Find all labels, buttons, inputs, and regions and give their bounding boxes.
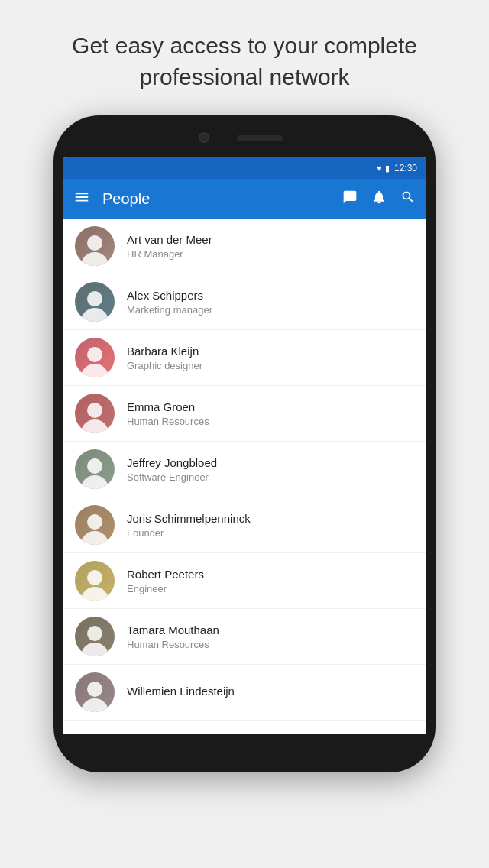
- search-icon[interactable]: [400, 189, 416, 209]
- contact-info: Willemien Lindesteijn: [127, 684, 414, 701]
- person-silhouette: [81, 514, 108, 545]
- app-bar: People: [63, 179, 426, 219]
- avatar-image: [75, 505, 115, 545]
- contact-name: Emma Groen: [127, 400, 414, 415]
- phone-mockup: ▾ ▮ 12:30 People: [53, 115, 436, 772]
- app-title: People: [102, 190, 342, 208]
- avatar: [75, 672, 115, 712]
- hero-heading: Get easy access to your complete profess…: [0, 0, 489, 115]
- avatar: [75, 282, 115, 322]
- person-silhouette: [81, 626, 108, 656]
- contact-item[interactable]: Robert Peeters Engineer: [63, 553, 426, 609]
- contact-name: Joris Schimmelpenninck: [127, 511, 414, 526]
- contact-title: Founder: [127, 527, 414, 539]
- person-silhouette: [81, 347, 108, 377]
- contact-item[interactable]: Barbara Kleijn Graphic designer: [63, 330, 426, 386]
- person-silhouette: [81, 403, 108, 433]
- contact-info: Joris Schimmelpenninck Founder: [127, 511, 414, 539]
- contact-info: Robert Peeters Engineer: [127, 567, 414, 595]
- contact-title: HR Manager: [127, 248, 414, 260]
- contact-item[interactable]: Joris Schimmelpenninck Founder: [63, 497, 426, 553]
- contact-info: Art van der Meer HR Manager: [127, 232, 414, 261]
- contact-name: Alex Schippers: [127, 288, 414, 303]
- camera: [199, 132, 209, 143]
- contact-info: Alex Schippers Marketing manager: [127, 288, 414, 316]
- contact-item[interactable]: Art van der Meer HR Manager: [63, 219, 426, 274]
- contact-item[interactable]: Willemien Lindesteijn: [63, 665, 426, 721]
- avatar: [75, 449, 115, 489]
- wifi-icon: ▾: [377, 163, 381, 173]
- contact-name: Robert Peeters: [127, 567, 414, 582]
- contact-item[interactable]: Jeffrey Jongbloed Software Engineer: [63, 442, 426, 497]
- contact-info: Barbara Kleijn Graphic designer: [127, 344, 414, 372]
- person-torso: [81, 587, 108, 601]
- action-icons: [342, 189, 416, 209]
- avatar: [75, 617, 115, 656]
- person-torso: [81, 475, 108, 489]
- status-time: 12:30: [394, 163, 417, 173]
- person-head: [87, 291, 102, 306]
- person-torso: [81, 643, 108, 656]
- contact-title: Graphic designer: [127, 360, 414, 371]
- contact-info: Tamara Mouthaan Human Resources: [127, 623, 414, 651]
- contact-item[interactable]: Alex Schippers Marketing manager: [63, 274, 426, 330]
- person-head: [87, 626, 102, 641]
- contact-name: Art van der Meer: [127, 232, 414, 248]
- avatar-image: [75, 282, 115, 322]
- contact-title: Human Resources: [127, 639, 414, 650]
- person-silhouette: [81, 570, 108, 601]
- message-icon[interactable]: [342, 189, 358, 209]
- avatar: [75, 505, 115, 545]
- person-head: [87, 682, 102, 697]
- contact-info: Jeffrey Jongbloed Software Engineer: [127, 455, 414, 484]
- person-silhouette: [81, 235, 108, 266]
- person-head: [87, 570, 102, 585]
- contact-title: Marketing manager: [127, 304, 414, 316]
- notification-icon[interactable]: [371, 189, 387, 209]
- contact-name: Jeffrey Jongbloed: [127, 455, 414, 471]
- person-torso: [81, 531, 108, 545]
- person-torso: [81, 364, 108, 377]
- avatar: [75, 561, 115, 601]
- contact-name: Tamara Mouthaan: [127, 623, 414, 638]
- avatar-image: [75, 226, 115, 266]
- contact-item[interactable]: Tamara Mouthaan Human Resources: [63, 609, 426, 665]
- person-silhouette: [81, 291, 108, 322]
- contact-item[interactable]: Emma Groen Human Resources: [63, 386, 426, 442]
- avatar-image: [75, 617, 115, 656]
- person-silhouette: [81, 458, 108, 489]
- person-torso: [81, 308, 108, 322]
- contact-title: Human Resources: [127, 416, 414, 427]
- contact-name: Willemien Lindesteijn: [127, 684, 414, 699]
- person-head: [87, 235, 102, 251]
- battery-icon: ▮: [385, 164, 390, 173]
- person-silhouette: [81, 682, 108, 712]
- person-torso: [81, 698, 108, 712]
- avatar: [75, 338, 115, 377]
- contact-title: Engineer: [127, 583, 414, 594]
- person-head: [87, 514, 102, 530]
- person-head: [87, 347, 102, 362]
- status-icons: ▾ ▮: [377, 163, 390, 173]
- contact-info: Emma Groen Human Resources: [127, 400, 414, 428]
- status-bar: ▾ ▮ 12:30: [63, 157, 426, 179]
- person-head: [87, 403, 102, 418]
- person-torso: [81, 419, 108, 433]
- avatar-image: [75, 561, 115, 601]
- menu-icon[interactable]: [73, 189, 90, 209]
- contact-list: Art van der Meer HR Manager Alex Schippe…: [63, 219, 426, 734]
- speaker: [237, 135, 283, 141]
- avatar-image: [75, 338, 115, 377]
- avatar: [75, 394, 115, 433]
- contact-title: Software Engineer: [127, 471, 414, 483]
- avatar: [75, 226, 115, 266]
- phone-screen: ▾ ▮ 12:30 People: [63, 157, 426, 734]
- avatar-image: [75, 672, 115, 712]
- person-torso: [81, 252, 108, 266]
- avatar-image: [75, 394, 115, 433]
- person-head: [87, 458, 102, 474]
- avatar-image: [75, 449, 115, 489]
- contact-name: Barbara Kleijn: [127, 344, 414, 359]
